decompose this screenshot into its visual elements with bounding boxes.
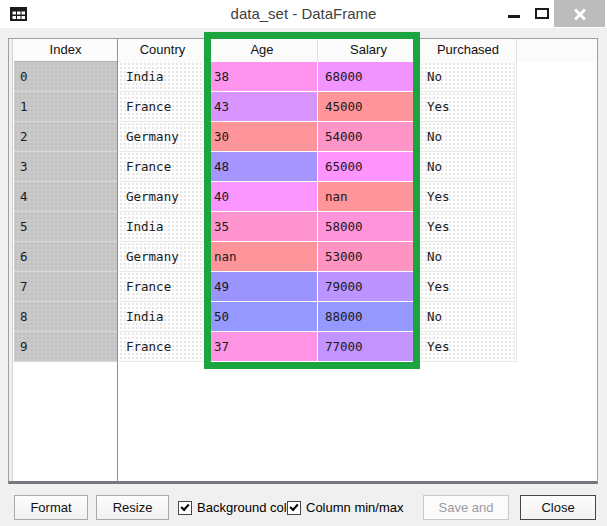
cell-country[interactable]: France	[119, 152, 207, 182]
row-index-cell[interactable]: 5	[14, 212, 117, 242]
table-row: Germany nan 53000 No	[119, 242, 597, 272]
minimize-button[interactable]	[500, 0, 528, 27]
vertical-header-strip	[9, 39, 13, 481]
cell-filler	[517, 242, 597, 272]
cell-salary[interactable]: 58000	[318, 212, 420, 242]
dataframe-table: Index 0123456789 Country Age Salary Purc…	[8, 38, 598, 484]
cell-country[interactable]: France	[119, 272, 207, 302]
cell-age[interactable]: 49	[207, 272, 318, 302]
cell-salary[interactable]: 54000	[318, 122, 420, 152]
cell-filler	[517, 332, 597, 362]
cell-filler	[517, 62, 597, 92]
cell-filler	[517, 182, 597, 212]
minimize-icon	[508, 15, 520, 18]
cell-purchased[interactable]: No	[420, 152, 517, 182]
column-header-row: Country Age Salary Purchased	[119, 39, 597, 62]
cell-age[interactable]: 50	[207, 302, 318, 332]
cell-filler	[517, 92, 597, 122]
cell-age[interactable]: 40	[207, 182, 318, 212]
row-index-cell[interactable]: 6	[14, 242, 117, 272]
row-index-cell[interactable]: 8	[14, 302, 117, 332]
cell-salary[interactable]: nan	[318, 182, 420, 212]
cell-country[interactable]: Germany	[119, 242, 207, 272]
index-column-panel: Index 0123456789	[14, 39, 118, 481]
table-row: Germany 30 54000 No	[119, 122, 597, 152]
table-row: India 38 68000 No	[119, 62, 597, 92]
table-row: Germany 40 nan Yes	[119, 182, 597, 212]
cell-age[interactable]: nan	[207, 242, 318, 272]
cell-salary[interactable]: 45000	[318, 92, 420, 122]
table-row: France 43 45000 Yes	[119, 92, 597, 122]
titlebar: data_set - DataFrame	[0, 0, 607, 28]
cell-country[interactable]: India	[119, 62, 207, 92]
background-color-checkbox[interactable]	[178, 501, 192, 515]
table-row: India 50 88000 No	[119, 302, 597, 332]
cell-age[interactable]: 30	[207, 122, 318, 152]
cell-purchased[interactable]: Yes	[420, 182, 517, 212]
close-window-button[interactable]	[554, 0, 605, 27]
cell-purchased[interactable]: Yes	[420, 212, 517, 242]
dataframe-editor-window: data_set - DataFrame Index 0123456789 Co…	[0, 0, 607, 526]
checkmark-icon	[289, 502, 298, 511]
cell-purchased[interactable]: Yes	[420, 92, 517, 122]
cell-filler	[517, 272, 597, 302]
row-index-cell[interactable]: 0	[14, 62, 117, 92]
cell-salary[interactable]: 65000	[318, 152, 420, 182]
background-color-label[interactable]: Background color	[197, 500, 298, 516]
format-button[interactable]: Format	[14, 495, 88, 520]
cell-purchased[interactable]: No	[420, 242, 517, 272]
cell-country[interactable]: India	[119, 302, 207, 332]
cell-age[interactable]: 43	[207, 92, 318, 122]
column-header-age[interactable]: Age	[207, 39, 318, 62]
table-row: France 48 65000 No	[119, 152, 597, 182]
cell-filler	[517, 302, 597, 332]
cell-purchased[interactable]: No	[420, 62, 517, 92]
row-index-cell[interactable]: 7	[14, 272, 117, 302]
column-header-salary[interactable]: Salary	[318, 39, 420, 62]
row-index-cell[interactable]: 2	[14, 122, 117, 152]
cell-age[interactable]: 48	[207, 152, 318, 182]
cell-purchased[interactable]: Yes	[420, 272, 517, 302]
cell-filler	[517, 152, 597, 182]
row-index-cell[interactable]: 4	[14, 182, 117, 212]
row-index-cell[interactable]: 9	[14, 332, 117, 362]
close-button[interactable]: Close	[520, 495, 596, 520]
cell-age[interactable]: 37	[207, 332, 318, 362]
column-minmax-label[interactable]: Column min/max	[306, 500, 404, 516]
table-row: India 35 58000 Yes	[119, 212, 597, 242]
cell-country[interactable]: Germany	[119, 122, 207, 152]
column-minmax-checkbox[interactable]	[287, 501, 301, 515]
close-icon	[573, 7, 587, 21]
cell-age[interactable]: 35	[207, 212, 318, 242]
maximize-icon	[535, 8, 549, 19]
column-header-index[interactable]: Index	[14, 39, 117, 62]
cell-salary[interactable]: 88000	[318, 302, 420, 332]
checkmark-icon	[180, 502, 189, 511]
save-and-close-button: Save and Close	[423, 495, 509, 520]
data-panel: Country Age Salary Purchased India 38 68…	[119, 39, 597, 481]
cell-country[interactable]: France	[119, 92, 207, 122]
cell-salary[interactable]: 53000	[318, 242, 420, 272]
cell-salary[interactable]: 68000	[318, 62, 420, 92]
cell-country[interactable]: India	[119, 212, 207, 242]
cell-salary[interactable]: 77000	[318, 332, 420, 362]
row-index-cell[interactable]: 3	[14, 152, 117, 182]
table-row: France 49 79000 Yes	[119, 272, 597, 302]
column-header-filler	[517, 39, 597, 62]
column-header-purchased[interactable]: Purchased	[420, 39, 517, 62]
cell-salary[interactable]: 79000	[318, 272, 420, 302]
cell-filler	[517, 212, 597, 242]
cell-age[interactable]: 38	[207, 62, 318, 92]
table-row: France 37 77000 Yes	[119, 332, 597, 362]
cell-purchased[interactable]: No	[420, 302, 517, 332]
resize-button[interactable]: Resize	[96, 495, 169, 520]
column-header-country[interactable]: Country	[119, 39, 207, 62]
cell-purchased[interactable]: No	[420, 122, 517, 152]
cell-country[interactable]: Germany	[119, 182, 207, 212]
row-index-cell[interactable]: 1	[14, 92, 117, 122]
maximize-button[interactable]	[528, 0, 556, 27]
cell-purchased[interactable]: Yes	[420, 332, 517, 362]
cell-filler	[517, 122, 597, 152]
cell-country[interactable]: France	[119, 332, 207, 362]
